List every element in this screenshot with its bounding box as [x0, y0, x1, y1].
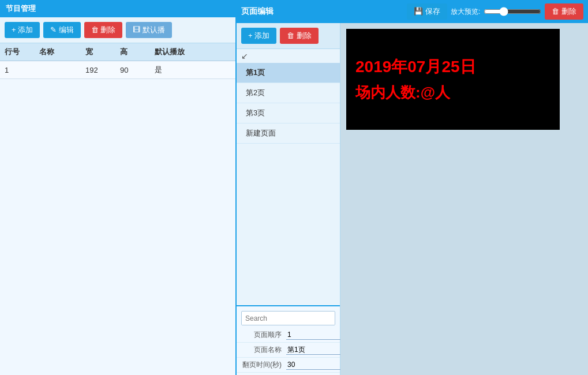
prop-row-name: 页面名称	[237, 343, 340, 358]
left-panel-title: 节目管理	[0, 0, 235, 17]
left-add-button[interactable]: + 添加	[5, 22, 40, 38]
zoom-label: 放大预览:	[451, 7, 480, 17]
table-row[interactable]: 1 192 90 是	[0, 61, 235, 79]
cell-row: 1	[5, 65, 39, 75]
page-list: 第1页 第2页 第3页 新建页面	[237, 63, 340, 305]
search-input[interactable]	[242, 312, 335, 325]
col-header-height: 高	[120, 47, 155, 57]
search-box: 🔍	[241, 311, 335, 325]
col-header-name: 名称	[39, 47, 85, 57]
right-top-bar: 页面编辑 💾 保存 放大预览: 🗑 删除	[237, 0, 588, 23]
preview-line1: 2019年07月25日	[355, 56, 476, 78]
left-toolbar: + 添加 ✎ 编辑 🗑 删除 🎞 默认播	[0, 17, 235, 43]
preview-area: 2019年07月25日 场内人数:@人	[340, 23, 588, 375]
page-item-2[interactable]: 第2页	[237, 83, 340, 103]
zoom-slider[interactable]	[484, 7, 541, 16]
left-edit-button[interactable]: ✎ 编辑	[43, 22, 81, 38]
left-panel-title-text: 节目管理	[6, 3, 36, 14]
col-header-width: 宽	[85, 47, 120, 57]
left-default-play-button[interactable]: 🎞 默认播	[126, 22, 172, 38]
cell-width: 192	[85, 65, 120, 75]
col-header-row: 行号	[5, 47, 39, 57]
prop-label-name: 页面名称	[241, 345, 282, 355]
right-body: + 添加 🗑 删除 ↙ 第1页 第2页 第3页 新建页面 🔍	[237, 23, 588, 375]
properties-panel: 🔍 页面顺序 页面名称 翻页时间(秒)	[237, 305, 340, 375]
prop-label-order: 页面顺序	[241, 330, 282, 340]
cell-default: 是	[155, 65, 201, 75]
preview-canvas: 2019年07月25日 场内人数:@人	[346, 29, 560, 130]
table-header: 行号 名称 宽 高 默认播放	[0, 43, 235, 61]
page-add-button[interactable]: + 添加	[241, 28, 276, 44]
prop-row-flip: 翻页时间(秒)	[237, 358, 340, 373]
page-panel: + 添加 🗑 删除 ↙ 第1页 第2页 第3页 新建页面 🔍	[237, 23, 340, 375]
page-item-3[interactable]: 第3页	[237, 103, 340, 123]
left-delete-button[interactable]: 🗑 删除	[84, 22, 123, 38]
preview-line2: 场内人数:@人	[355, 82, 450, 103]
page-item-1[interactable]: 第1页	[237, 63, 340, 83]
prop-row-order: 页面顺序	[237, 328, 340, 343]
page-toolbar: + 添加 🗑 删除	[237, 23, 340, 49]
save-button[interactable]: 💾 保存	[407, 3, 447, 20]
page-item-new[interactable]: 新建页面	[237, 123, 340, 144]
cell-name	[39, 65, 85, 75]
corner-mark: ↙	[237, 49, 340, 63]
prop-label-flip: 翻页时间(秒)	[241, 360, 282, 370]
header-delete-button[interactable]: 🗑 删除	[545, 3, 583, 20]
save-area: 💾 保存 放大预览: 🗑 删除	[407, 3, 583, 20]
page-delete-button[interactable]: 🗑 删除	[280, 28, 319, 44]
right-panel-title: 页面编辑	[241, 6, 274, 17]
col-header-default: 默认播放	[155, 47, 201, 57]
cell-height: 90	[120, 65, 155, 75]
